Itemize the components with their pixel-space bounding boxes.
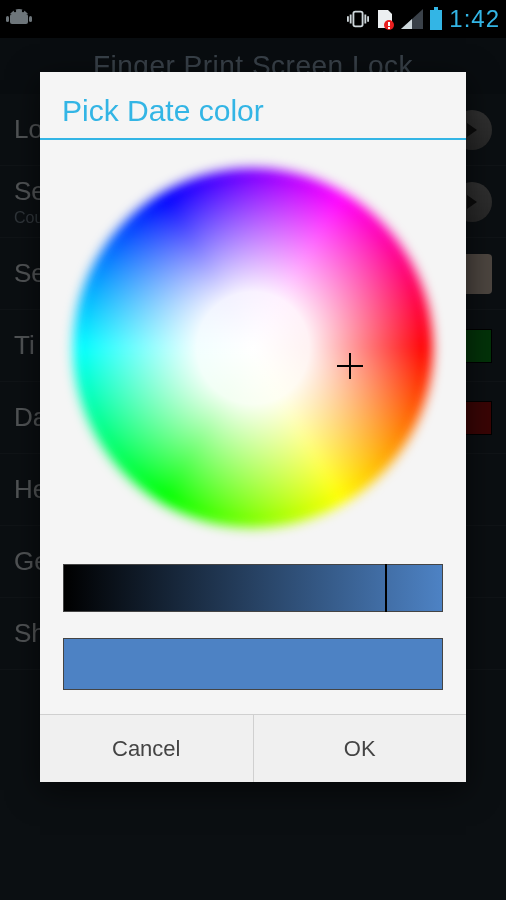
brightness-thumb[interactable]: [385, 564, 387, 612]
color-preview: [63, 638, 443, 690]
svg-rect-10: [430, 10, 442, 30]
svg-rect-2: [29, 16, 32, 22]
android-logo-icon: [6, 6, 36, 32]
svg-rect-5: [354, 12, 363, 27]
svg-rect-8: [388, 27, 390, 29]
sdcard-error-icon: [375, 8, 395, 30]
battery-icon: [429, 7, 443, 31]
cancel-button[interactable]: Cancel: [40, 715, 253, 782]
vibrate-icon: [347, 8, 369, 30]
svg-rect-0: [10, 14, 28, 24]
svg-rect-7: [388, 22, 390, 26]
signal-icon: [401, 9, 423, 29]
color-wheel-cursor[interactable]: [337, 353, 363, 379]
ok-button[interactable]: OK: [253, 715, 467, 782]
svg-rect-9: [434, 7, 438, 10]
svg-point-4: [22, 10, 24, 12]
svg-rect-1: [6, 16, 9, 22]
status-bar: 1:42: [0, 0, 506, 38]
dialog-title: Pick Date color: [40, 72, 466, 138]
svg-point-3: [14, 10, 16, 12]
dialog-button-bar: Cancel OK: [40, 714, 466, 782]
brightness-slider[interactable]: [63, 564, 443, 612]
color-wheel[interactable]: [73, 168, 433, 528]
color-picker-dialog: Pick Date color Cancel OK: [40, 72, 466, 782]
status-clock: 1:42: [449, 5, 500, 33]
